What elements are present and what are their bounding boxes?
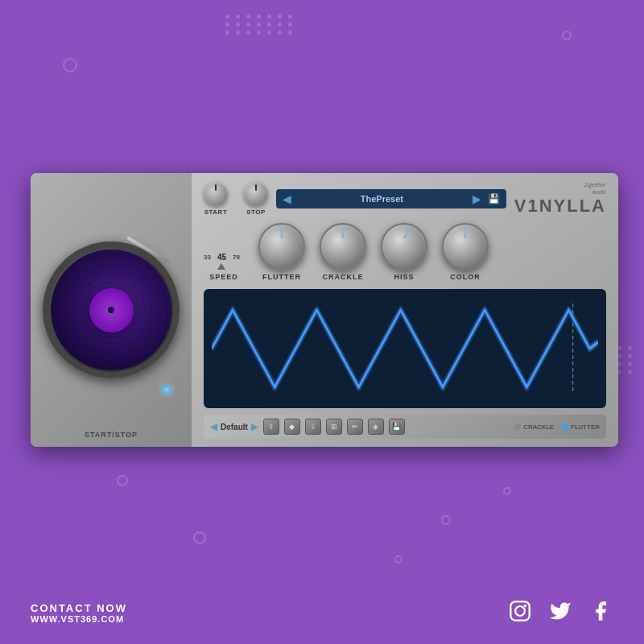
waveform-display <box>204 289 606 408</box>
deco-circle-6 <box>441 515 451 525</box>
legend-flutter-dot <box>562 423 568 430</box>
speed-item: 33 45 78 SPEED <box>204 253 244 281</box>
stop-knob[interactable] <box>244 182 268 206</box>
toolbar-btn-2[interactable]: ◆ <box>284 419 300 435</box>
svg-point-2 <box>515 606 525 616</box>
legend-crackle-label: CRACKLE <box>523 423 554 431</box>
deco-circle-3 <box>117 475 128 486</box>
deco-circle-1 <box>63 58 77 72</box>
social-icons <box>507 598 613 624</box>
crackle-knob[interactable] <box>320 223 366 270</box>
color-label: COLOR <box>450 273 481 281</box>
preset-save-icon[interactable]: 💾 <box>488 193 500 204</box>
legend-area: CRACKLE FLUTTER <box>514 423 600 431</box>
vinyl-center-hole <box>108 307 114 313</box>
small-knob-group: START STOP <box>204 182 268 216</box>
legend-flutter-label: FLUTTER <box>571 423 600 431</box>
twitter-icon[interactable] <box>547 598 573 624</box>
legend-crackle-dot <box>514 423 521 430</box>
brand-line1: 2getheraudio <box>514 181 606 196</box>
toolbar-btn-7[interactable]: 💾 <box>389 419 405 435</box>
start-knob[interactable] <box>204 182 228 206</box>
deco-circle-2 <box>562 31 572 40</box>
stop-knob-item: STOP <box>244 182 268 216</box>
stop-label: STOP <box>246 208 266 216</box>
plugin-container: START/STOP START STOP ◀ ThePreset ▶ <box>31 173 618 447</box>
toolbar-btn-6[interactable]: ◈ <box>368 419 384 435</box>
svg-point-3 <box>524 605 527 608</box>
deco-circle-7 <box>394 555 402 564</box>
logo-area: 2getheraudio V1NYLLA <box>514 181 606 217</box>
speed-indicator <box>217 263 225 270</box>
speed-33: 33 <box>204 254 211 261</box>
controls-section: START STOP ◀ ThePreset ▶ 💾 2getheraudio <box>192 173 618 447</box>
flutter-knob[interactable] <box>258 223 305 270</box>
speed-78: 78 <box>233 254 240 261</box>
start-label: START <box>204 208 228 216</box>
legend-crackle: CRACKLE <box>514 423 554 431</box>
toolbar-btn-4[interactable]: ⊞ <box>326 419 342 435</box>
plugin-title: V1NYLLA <box>514 196 606 217</box>
preset-nav: ◀ Default ▶ <box>210 421 258 432</box>
turntable <box>43 242 180 378</box>
hiss-label: HISS <box>394 273 414 281</box>
speed-marks: 33 45 78 <box>204 253 240 270</box>
toolbar-btn-5[interactable]: ✏ <box>347 419 363 435</box>
preset-name: ThePreset <box>298 194 466 204</box>
dot-grid-top <box>225 14 295 35</box>
header-row: START STOP ◀ ThePreset ▶ 💾 2getheraudio <box>204 181 606 217</box>
speed-45: 45 <box>217 253 226 262</box>
contact-footer: CONTACT NOW WWW.VST369.COM <box>31 602 127 624</box>
toolbar-btn-3[interactable]: ⇩ <box>305 419 321 435</box>
start-knob-item: START <box>204 182 228 216</box>
preset-bar: ◀ ThePreset ▶ 💾 <box>276 189 506 208</box>
turntable-light <box>162 385 171 394</box>
start-stop-label: START/STOP <box>85 431 138 439</box>
bottom-toolbar: ◀ Default ▶ ⇧ ◆ ⇩ ⊞ ✏ ◈ 💾 CRACKLE FLUTTE… <box>204 415 606 439</box>
preset-nav-prev[interactable]: ◀ <box>210 421 217 432</box>
preset-prev-arrow[interactable]: ◀ <box>283 192 291 205</box>
color-knob[interactable] <box>442 223 489 270</box>
deco-circle-4 <box>503 487 511 495</box>
speed-label: SPEED <box>209 273 238 281</box>
contact-url: WWW.VST369.COM <box>31 614 127 624</box>
legend-flutter: FLUTTER <box>562 423 600 431</box>
preset-nav-next[interactable]: ▶ <box>251 421 258 432</box>
flutter-item: FLUTTER <box>258 223 305 281</box>
hiss-knob[interactable] <box>381 223 427 270</box>
speed-marks-row: 33 45 78 <box>204 253 240 262</box>
facebook-icon[interactable] <box>588 598 613 624</box>
color-item: COLOR <box>442 223 489 281</box>
instagram-icon[interactable] <box>507 598 533 624</box>
flutter-label: FLUTTER <box>262 273 301 281</box>
svg-rect-1 <box>510 601 529 620</box>
crackle-label: CRACKLE <box>322 273 363 281</box>
contact-label: CONTACT NOW <box>31 602 127 614</box>
turntable-section: START/STOP <box>31 173 192 447</box>
deco-circle-5 <box>193 531 206 544</box>
crackle-item: CRACKLE <box>320 223 366 281</box>
vinyl-record <box>51 250 171 370</box>
toolbar-btn-1[interactable]: ⇧ <box>263 419 279 435</box>
hiss-item: HISS <box>381 223 427 281</box>
big-knobs-row: 33 45 78 SPEED FLUTTER CRACKLE <box>204 223 606 281</box>
vinyl-label <box>89 288 134 332</box>
waveform-svg <box>212 297 598 400</box>
preset-next-arrow[interactable]: ▶ <box>473 192 481 205</box>
preset-nav-name: Default <box>221 423 248 431</box>
